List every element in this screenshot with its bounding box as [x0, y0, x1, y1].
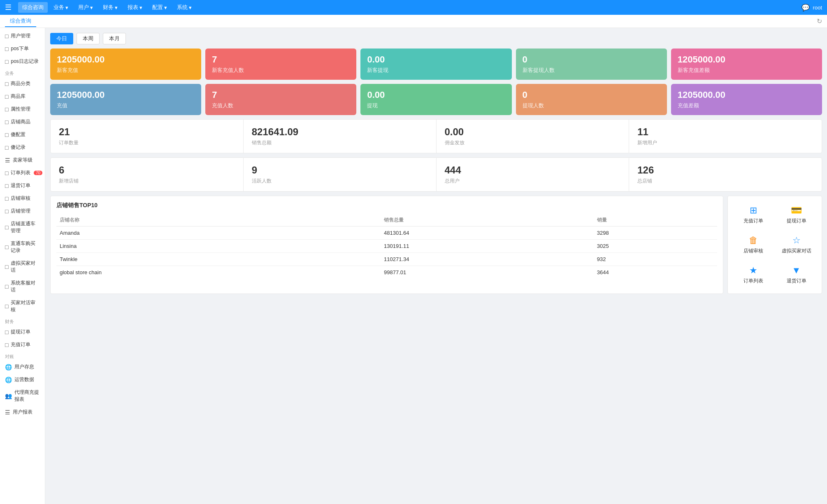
sidebar-item-傻配置[interactable]: □ 傻配置	[0, 128, 45, 141]
sidebar-item-提现订单[interactable]: □ 提现订单	[0, 326, 45, 338]
sidebar-item-用户报表[interactable]: ☰ 用户报表	[0, 406, 45, 418]
info-value-活跃人数: 9	[252, 164, 428, 176]
sidebar-item-店铺管理[interactable]: □ 店铺管理	[0, 205, 45, 217]
sidebar-item-商品分类[interactable]: □ 商品分类	[0, 77, 45, 90]
shortcut-退货订单[interactable]: ▼ 退货订单	[777, 262, 816, 288]
top-nav: ☰ 综合咨询 业务 ▾ 用户 ▾ 财务 ▾ 报表 ▾ 配置 ▾ 系统 ▾ 💬	[0, 0, 827, 15]
filter-bar: 今日 本周 本月	[50, 33, 822, 44]
sidebar-item-店铺直通车管理[interactable]: □ 店铺直通车管理	[0, 217, 45, 237]
info-row-2: 6 新增店铺 9 活跃人数 444 总用户 126 总店铺	[50, 157, 822, 192]
stat-新客提现: 0.00 新客提现	[360, 49, 511, 80]
sidebar-item-订单列表[interactable]: □ 订单列表 70	[0, 166, 45, 179]
stat-充值人数: 7 充值人数	[205, 84, 356, 115]
sales-total-cell: 99877.01	[381, 266, 594, 279]
store-audit-icon: 🗑	[749, 235, 758, 246]
filter-today[interactable]: 今日	[50, 33, 73, 44]
sidebar-item-虚拟买家对话[interactable]: □ 虚拟买家对话	[0, 257, 45, 277]
info-新增用户: 11 新增用户	[629, 120, 822, 153]
sidebar-item-运营数据[interactable]: 🌐 运营数据	[0, 373, 45, 386]
shortcut-订单列表[interactable]: ★ 订单列表	[734, 262, 773, 288]
filter-week[interactable]: 本周	[77, 33, 100, 44]
sidebar-item-直通车购买记录[interactable]: □ 直通车购买记录	[0, 237, 45, 257]
nav-item-报表[interactable]: 报表 ▾	[123, 2, 146, 13]
section-title-对账: 对账	[0, 351, 45, 361]
stat-新客充值: 1205000.00 新客充值	[50, 49, 201, 80]
stat-value-新客提现: 0.00	[367, 54, 505, 65]
stat-label-新客充值差额: 新客充值差额	[678, 67, 815, 74]
shortcut-label-店铺审核: 店铺审核	[743, 247, 763, 254]
pos-icon: □	[5, 46, 8, 52]
nav-item-综合咨询[interactable]: 综合咨询	[18, 2, 48, 13]
shortcut-充值订单[interactable]: ⊞ 充值订单	[734, 202, 773, 228]
shortcut-店铺审核[interactable]: 🗑 店铺审核	[734, 232, 773, 258]
nav-item-配置[interactable]: 配置 ▾	[148, 2, 171, 13]
info-订单数量: 21 订单数量	[51, 120, 244, 153]
sales-total-cell: 481301.64	[381, 227, 594, 240]
refresh-button[interactable]: ↻	[817, 17, 822, 25]
stat-label-充值差额: 充值差额	[678, 102, 815, 109]
table-row: Amanda 481301.64 3298	[56, 227, 717, 240]
shortcut-虚拟买家对话[interactable]: ☆ 虚拟买家对话	[777, 232, 816, 258]
sidebar-item-pos下单[interactable]: □ pos下单	[0, 42, 45, 55]
shortcut-提现订单[interactable]: 💳 提现订单	[777, 202, 816, 228]
tab-综合查询[interactable]: 综合查询	[5, 16, 36, 27]
sidebar-item-店铺审核[interactable]: □ 店铺审核	[0, 192, 45, 205]
stat-新客充值人数: 7 新客充值人数	[205, 49, 356, 80]
info-label-总用户: 总用户	[445, 178, 621, 185]
sidebar-item-代理商充提报表[interactable]: 👥 代理商充提报表	[0, 386, 45, 406]
sidebar: □ 用户管理 □ pos下单 □ pos日志记录 业务 □ 商品分类 □ 商品库…	[0, 28, 45, 504]
sidebar-item-卖家等级[interactable]: ☰ 卖家等级	[0, 154, 45, 166]
stat-充值: 1205000.00 充值	[50, 84, 201, 115]
info-活跃人数: 9 活跃人数	[244, 158, 437, 191]
sales-total-cell: 130191.11	[381, 240, 594, 253]
sidebar-item-退货订单[interactable]: □ 退货订单	[0, 179, 45, 192]
sidebar-item-属性管理[interactable]: □ 属性管理	[0, 103, 45, 116]
stat-value-提现: 0.00	[367, 90, 505, 100]
shortcut-label-订单列表: 订单列表	[743, 277, 763, 284]
menu-icon[interactable]: ☰	[5, 3, 12, 12]
section-title-财务: 财务	[0, 316, 45, 326]
nav-item-用户[interactable]: 用户 ▾	[74, 2, 97, 13]
info-value-新增店铺: 6	[59, 164, 235, 176]
stat-value-充值差额: 1205000.00	[678, 90, 815, 100]
stat-label-提现: 提现	[367, 102, 505, 109]
sidebar-item-系统客服对话[interactable]: □ 系统客服对话	[0, 277, 45, 296]
chat-icon[interactable]: 💬	[801, 4, 810, 12]
sidebar-item-买家对活审核[interactable]: □ 买家对活审核	[0, 296, 45, 316]
nav-item-业务[interactable]: 业务 ▾	[49, 2, 72, 13]
store-sales-table: 店铺销售TOP10 店铺名称 销售总量 销量 Amanda 481301.64 …	[50, 196, 723, 294]
info-label-新增店铺: 新增店铺	[59, 178, 235, 185]
sidebar-item-商品库[interactable]: □ 商品库	[0, 90, 45, 103]
stat-label-充值: 充值	[57, 102, 195, 109]
store-name-cell: Twinkle	[56, 253, 381, 266]
table-row: Twinkle 110271.34 932	[56, 253, 717, 266]
info-label-活跃人数: 活跃人数	[252, 178, 428, 185]
info-label-销售总额: 销售总额	[252, 139, 428, 146]
sales-count-cell: 3025	[594, 240, 717, 253]
sales-total-cell: 110271.34	[381, 253, 594, 266]
nav-item-财务[interactable]: 财务 ▾	[99, 2, 122, 13]
sidebar-item-用户存息[interactable]: 🌐 用户存息	[0, 361, 45, 373]
nav-items: 综合咨询 业务 ▾ 用户 ▾ 财务 ▾ 报表 ▾ 配置 ▾ 系统 ▾	[18, 2, 801, 13]
sidebar-item-用户管理[interactable]: □ 用户管理	[0, 30, 45, 42]
shortcuts-grid: ⊞ 充值订单 💳 提现订单 🗑 店铺审核 ☆ 虚拟买家对话	[734, 202, 816, 288]
shortcut-label-充值订单: 充值订单	[743, 217, 763, 224]
stat-提现: 0.00 提现	[360, 84, 511, 115]
shortcut-label-虚拟买家对话: 虚拟买家对话	[782, 247, 811, 254]
sales-count-cell: 932	[594, 253, 717, 266]
stats-row-1: 1205000.00 新客充值 7 新客充值人数 0.00 新客提现 0 新客提…	[50, 49, 822, 80]
sidebar-item-充值订单[interactable]: □ 充值订单	[0, 338, 45, 351]
info-label-订单数量: 订单数量	[59, 139, 235, 146]
sidebar-item-店铺商品[interactable]: □ 店铺商品	[0, 116, 45, 128]
withdraw-order-icon: 💳	[791, 205, 802, 216]
filter-month[interactable]: 本月	[103, 33, 126, 44]
order-list-icon: ★	[749, 265, 757, 276]
sidebar-item-pos日志记录[interactable]: □ pos日志记录	[0, 55, 45, 68]
info-销售总额: 821641.09 销售总额	[244, 120, 437, 153]
stat-label-新客充值人数: 新客充值人数	[212, 67, 350, 74]
bottom-section: 店铺销售TOP10 店铺名称 销售总量 销量 Amanda 481301.64 …	[50, 196, 822, 294]
nav-item-系统[interactable]: 系统 ▾	[173, 2, 196, 13]
user-name[interactable]: root	[813, 5, 822, 11]
sidebar-item-傻记录[interactable]: □ 傻记录	[0, 141, 45, 154]
tab-bar: 综合查询 ↻	[0, 15, 827, 28]
